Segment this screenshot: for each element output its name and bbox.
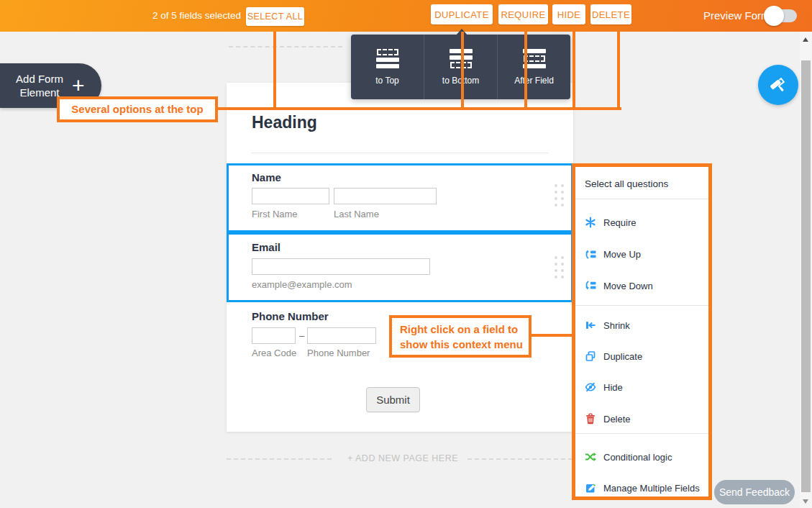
preview-form-toggle[interactable] — [766, 9, 797, 22]
hide-button[interactable]: HIDE — [552, 4, 585, 24]
shrink-icon — [585, 319, 596, 331]
page-separator-dash — [229, 46, 342, 47]
duplicate-icon — [585, 350, 596, 362]
menu-divider — [575, 305, 708, 306]
annotation-context-note-line2: show this context menu — [400, 337, 529, 352]
context-menu-item-duplicate[interactable]: Duplicate — [585, 346, 642, 366]
move-to-top-label: to Top — [375, 76, 398, 86]
paint-roller-icon — [768, 75, 788, 95]
eye-off-icon — [585, 381, 596, 393]
annotation-connector-line — [461, 32, 464, 110]
context-menu-item-manage-multiple-fields[interactable]: Manage Multiple Fields — [585, 478, 700, 498]
annotation-connector-line — [524, 32, 527, 110]
move-to-bottom-option[interactable]: to Bottom — [424, 35, 497, 99]
annotation-connector-line — [617, 32, 620, 110]
delete-button[interactable]: DELETE — [590, 4, 631, 24]
email-input[interactable] — [252, 258, 430, 275]
annotation-connector-line — [273, 32, 276, 110]
move-down-icon — [585, 280, 596, 291]
move-after-field-option[interactable]: After Field — [497, 35, 570, 99]
annotation-connector-line — [217, 107, 621, 110]
top-toolbar: 2 of 5 fields selected SELECT ALL DUPLIC… — [0, 0, 812, 32]
add-form-element-label: Add Form Element — [9, 72, 70, 99]
form-builder-app: 2 of 5 fields selected SELECT ALL DUPLIC… — [0, 0, 812, 508]
page-separator-dash — [227, 458, 332, 460]
require-button[interactable]: REQUIRE — [498, 4, 548, 24]
menu-divider — [575, 433, 708, 434]
phone-number-sublabel: Phone Number — [307, 348, 370, 358]
context-menu-item-move-down[interactable]: Move Down — [585, 276, 653, 296]
name-field-block[interactable]: Name First Name Last Name — [227, 163, 573, 232]
edit-square-icon — [585, 482, 596, 494]
email-field-block[interactable]: Email example@example.com — [227, 232, 573, 302]
move-to-top-option[interactable]: to Top — [351, 35, 424, 99]
form-designer-button[interactable] — [758, 65, 798, 105]
phone-number-input[interactable] — [307, 327, 376, 344]
context-menu-item-hide[interactable]: Hide — [585, 377, 623, 397]
name-label: Name — [252, 171, 281, 183]
trash-icon — [585, 413, 596, 425]
shuffle-icon — [585, 451, 596, 463]
page-separator-dash — [467, 458, 572, 460]
first-name-sublabel: First Name — [252, 209, 298, 219]
annotation-connector-line — [530, 334, 572, 337]
toggle-knob-icon — [764, 6, 784, 26]
email-label: Email — [252, 241, 280, 253]
last-name-sublabel: Last Name — [334, 209, 379, 219]
menu-divider — [575, 199, 708, 199]
context-menu-item-move-up[interactable]: Move Up — [585, 244, 641, 264]
rows-dashed-top-icon — [376, 44, 399, 73]
drag-handle-icon[interactable] — [555, 184, 564, 207]
send-feedback-button[interactable]: Send Feedback — [714, 480, 795, 504]
selection-status: 2 of 5 fields selected — [152, 0, 241, 32]
area-code-sublabel: Area Code — [252, 348, 296, 358]
move-after-field-label: After Field — [514, 76, 554, 86]
field-context-menu: Select all questions Require Move Up — [572, 163, 712, 500]
annotation-context-note: Right click on a field to show this cont… — [389, 315, 532, 358]
context-menu-header[interactable]: Select all questions — [585, 178, 668, 189]
phone-label: Phone Number — [252, 310, 329, 322]
form-heading[interactable]: Heading — [252, 113, 317, 132]
submit-button[interactable]: Submit — [366, 387, 420, 412]
scroll-up-arrow-icon[interactable] — [803, 37, 808, 42]
preview-form-label: Preview Form — [703, 0, 770, 32]
first-name-input[interactable] — [252, 188, 329, 204]
area-code-input[interactable] — [252, 327, 296, 344]
context-menu-item-delete[interactable]: Delete — [585, 409, 631, 429]
context-menu-item-require[interactable]: Require — [585, 212, 637, 232]
add-new-page-button[interactable]: + ADD NEW PAGE HERE — [345, 453, 460, 463]
asterisk-icon — [585, 217, 596, 228]
annotation-top-note: Several options at the top — [57, 96, 218, 122]
vertical-scrollbar[interactable] — [800, 32, 812, 508]
email-sublabel: example@example.com — [252, 279, 352, 290]
last-name-input[interactable] — [334, 188, 437, 204]
annotation-context-note-line1: Right click on a field to — [400, 322, 529, 337]
context-menu-item-shrink[interactable]: Shrink — [585, 315, 630, 335]
plus-icon: + — [72, 75, 85, 96]
annotation-connector-line — [572, 32, 575, 110]
scroll-down-arrow-icon[interactable] — [803, 499, 808, 504]
form-canvas-card: Heading Name First Name Last Name Email … — [227, 83, 573, 432]
duplicate-button[interactable]: DUPLICATE — [431, 4, 493, 24]
drag-handle-icon[interactable] — [555, 256, 564, 278]
context-menu-item-conditional-logic[interactable]: Conditional logic — [585, 447, 672, 467]
move-up-icon — [585, 248, 596, 260]
heading-divider — [252, 153, 548, 153]
scrollbar-thumb[interactable] — [801, 60, 811, 492]
select-all-button[interactable]: SELECT ALL — [246, 7, 304, 26]
phone-separator: – — [299, 330, 304, 341]
